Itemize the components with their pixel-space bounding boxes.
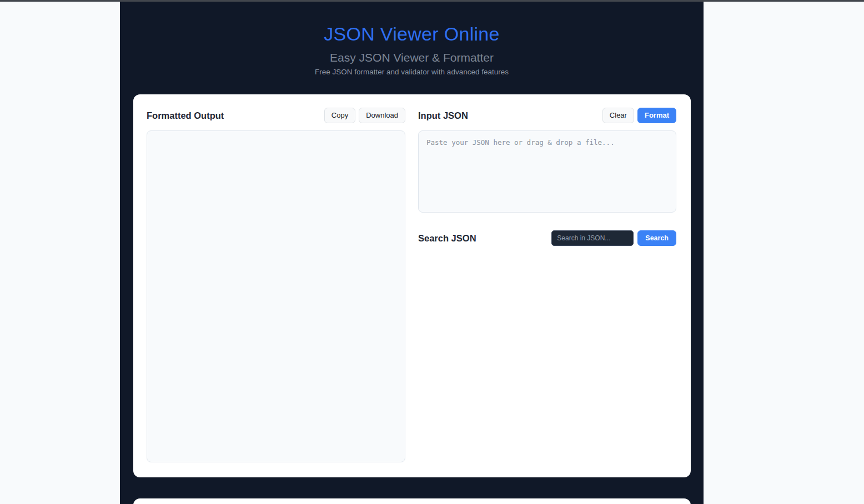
output-actions: Copy Download (324, 108, 405, 123)
window-top-edge (0, 0, 864, 2)
search-controls: Search (551, 230, 676, 246)
copy-button[interactable]: Copy (324, 108, 355, 123)
format-button[interactable]: Format (637, 108, 676, 123)
input-json-header: Input JSON Clear Format (418, 108, 676, 123)
main-card: Formatted Output Copy Download Input JSO… (133, 94, 691, 477)
input-actions: Clear Format (602, 108, 676, 123)
search-button[interactable]: Search (637, 230, 676, 246)
formatted-output-panel: Formatted Output Copy Download (147, 108, 405, 464)
input-json-heading: Input JSON (418, 110, 468, 121)
page-subtitle: Easy JSON Viewer & Formatter (120, 51, 704, 64)
clear-button[interactable]: Clear (602, 108, 634, 123)
json-input-textarea[interactable] (418, 130, 676, 213)
download-button[interactable]: Download (359, 108, 405, 123)
app-background: JSON Viewer Online Easy JSON Viewer & Fo… (120, 0, 704, 504)
page-header: JSON Viewer Online Easy JSON Viewer & Fo… (120, 0, 704, 77)
search-json-heading: Search JSON (418, 233, 476, 244)
secondary-card (133, 498, 691, 504)
page-tagline: Free JSON formatter and validator with a… (120, 68, 704, 77)
search-json-row: Search JSON Search (418, 230, 676, 246)
formatted-output-header: Formatted Output Copy Download (147, 108, 405, 123)
input-json-panel: Input JSON Clear Format Search JSON Sear… (418, 108, 676, 464)
formatted-output-heading: Formatted Output (147, 110, 224, 121)
page-title: JSON Viewer Online (120, 23, 704, 44)
formatted-output-area (147, 130, 405, 462)
search-input[interactable] (551, 230, 634, 246)
